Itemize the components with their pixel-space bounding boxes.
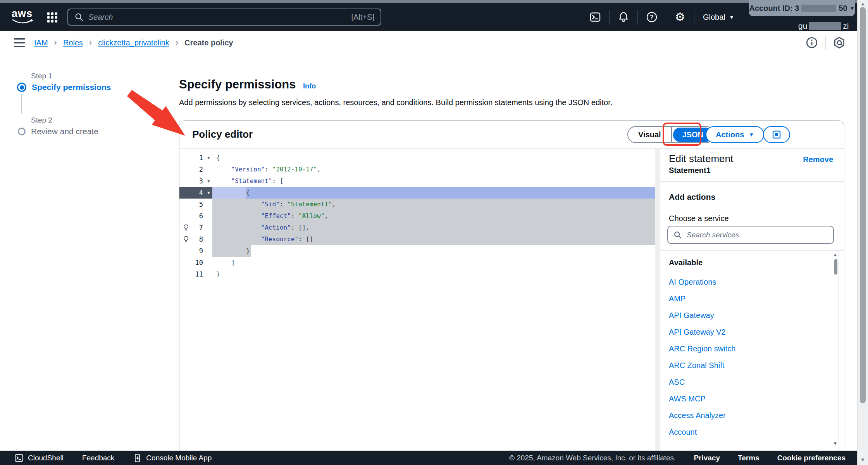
account-id-menu[interactable]: Account ID: 3 50 ▼	[749, 0, 855, 16]
line-gutter[interactable]: 7	[179, 222, 212, 233]
editor-mode-toggle: Visual JSON	[627, 126, 715, 143]
service-link[interactable]: ARC Region switch	[669, 341, 824, 357]
edit-statement-panel: Edit statement Remove Statement1 Add act…	[660, 149, 844, 451]
service-search-input[interactable]	[687, 231, 828, 239]
code-text[interactable]: ]	[212, 257, 655, 268]
editor-scrollbar-track[interactable]	[655, 149, 660, 451]
global-search[interactable]: [Alt+S]	[67, 9, 381, 26]
line-number: 2	[199, 166, 203, 173]
line-gutter[interactable]: 10	[179, 257, 212, 268]
breadcrumb-link[interactable]: clickzetta_privatelink	[98, 38, 169, 47]
cloudshell-terminal-icon[interactable]	[581, 11, 609, 23]
aws-logo[interactable]: aws	[12, 9, 35, 26]
code-line[interactable]: 2 "Version": "2012-10-17",	[179, 164, 655, 175]
code-line[interactable]: 11}	[179, 268, 655, 280]
code-line[interactable]: 7 "Action": [],	[179, 222, 655, 233]
code-text[interactable]: "Resource": []	[212, 233, 655, 245]
step1-item[interactable]: Specify permissions	[17, 83, 133, 92]
console-mobile-app-button[interactable]: Console Mobile App	[133, 453, 212, 463]
line-gutter[interactable]: 3▼	[179, 175, 212, 187]
breadcrumb-link[interactable]: IAM	[34, 38, 48, 47]
list-scroll-up-icon[interactable]: ▲	[833, 252, 838, 258]
code-line[interactable]: 6 "Effect": "Allow",	[179, 210, 655, 222]
code-line[interactable]: 10 ]	[179, 257, 655, 268]
line-gutter[interactable]: 8	[179, 233, 212, 245]
cloudshell-button[interactable]: CloudShell	[14, 453, 64, 463]
code-text[interactable]: }	[212, 268, 655, 280]
search-input[interactable]	[88, 13, 347, 22]
line-gutter[interactable]: 6	[179, 210, 212, 222]
service-link[interactable]: ASC	[669, 374, 824, 391]
code-line[interactable]: 4▼ {	[179, 187, 655, 199]
code-text[interactable]: "Sid": "Statement1",	[212, 199, 655, 210]
code-text[interactable]: }	[212, 245, 655, 257]
lightbulb-icon[interactable]	[183, 224, 189, 231]
toggle-divider	[671, 127, 672, 142]
service-search[interactable]	[667, 226, 834, 244]
page-scrollbar[interactable]: ▲ ▼	[857, 0, 868, 465]
code-line[interactable]: 3▼ "Statement": [	[179, 175, 655, 187]
tab-visual[interactable]: Visual	[628, 130, 671, 139]
line-number: 11	[195, 270, 203, 278]
code-line[interactable]: 9 }	[179, 245, 655, 257]
line-gutter[interactable]: 2	[179, 164, 212, 175]
hamburger-icon[interactable]	[14, 38, 25, 47]
service-link[interactable]: AWS MCP	[669, 391, 824, 407]
code-text[interactable]: "Statement": [	[212, 175, 655, 187]
line-gutter[interactable]: 11	[179, 268, 212, 280]
terms-link[interactable]: Terms	[738, 454, 760, 462]
lightbulb-icon[interactable]	[183, 236, 189, 243]
actions-button[interactable]: Actions ▼	[706, 126, 764, 143]
service-link[interactable]: Access Analyzer	[669, 407, 824, 424]
cookie-preferences-link[interactable]: Cookie preferences	[777, 454, 846, 462]
line-gutter[interactable]: 1▼	[179, 152, 212, 164]
service-link[interactable]: AI Operations	[669, 274, 824, 290]
code-line[interactable]: 1▼{	[179, 152, 655, 164]
notifications-bell-icon[interactable]	[610, 11, 637, 23]
list-scrollbar-thumb[interactable]	[834, 259, 837, 275]
breadcrumb-link[interactable]: Roles	[63, 38, 83, 47]
fold-arrow-icon[interactable]: ▼	[207, 179, 211, 183]
app-grid-icon[interactable]	[46, 12, 58, 23]
list-scroll-down-icon[interactable]: ▼	[833, 441, 838, 446]
service-link[interactable]: AMP	[669, 290, 824, 307]
account-username[interactable]: gu zi	[798, 21, 849, 31]
list-scrollbar-track	[839, 251, 839, 451]
feedback-button[interactable]: Feedback	[82, 454, 114, 462]
service-link[interactable]: API Gateway	[669, 307, 824, 324]
service-link[interactable]: ARC Zonal Shift	[669, 357, 824, 374]
code-text[interactable]: "Version": "2012-10-17",	[212, 164, 655, 175]
service-link[interactable]: Account	[669, 424, 824, 441]
breadcrumb-separator-icon: ›	[89, 38, 92, 48]
code-text[interactable]: {	[212, 187, 655, 199]
json-code-editor[interactable]: 1▼{2 "Version": "2012-10-17",3▼ "Stateme…	[179, 149, 655, 451]
code-text[interactable]: "Action": [],	[212, 222, 655, 233]
remove-statement-link[interactable]: Remove	[803, 155, 833, 164]
chevron-down-icon: ▼	[749, 131, 754, 138]
fold-arrow-icon[interactable]: ▼	[207, 156, 211, 160]
split-panel-button[interactable]	[763, 126, 790, 143]
code-text[interactable]: "Effect": "Allow",	[212, 210, 655, 222]
cloudshell-label: CloudShell	[28, 454, 64, 462]
code-line[interactable]: 5 "Sid": "Statement1",	[179, 199, 655, 210]
page-scrollbar-thumb[interactable]	[860, 7, 866, 403]
step2-item[interactable]: Review and create	[17, 127, 133, 136]
service-link[interactable]: API Gateway V2	[669, 324, 824, 341]
code-line[interactable]: 8 "Resource": []	[179, 233, 655, 245]
line-gutter[interactable]: 4▼	[179, 187, 212, 199]
code-text[interactable]: {	[212, 152, 655, 164]
gear-icon[interactable]: ⚙	[666, 11, 694, 23]
region-selector[interactable]: Global ▼	[703, 13, 734, 22]
scroll-down-icon[interactable]: ▼	[860, 457, 865, 463]
info-link[interactable]: Info	[303, 82, 316, 90]
privacy-link[interactable]: Privacy	[694, 454, 720, 462]
fold-arrow-icon[interactable]: ▼	[207, 190, 211, 195]
add-actions-heading: Add actions	[669, 192, 715, 202]
help-icon[interactable]: ?	[638, 11, 666, 23]
hexagon-clock-icon[interactable]	[833, 36, 846, 49]
line-number: 6	[199, 212, 203, 220]
line-gutter[interactable]: 5	[179, 199, 212, 210]
scroll-up-icon[interactable]: ▲	[860, 1, 865, 7]
line-gutter[interactable]: 9	[179, 245, 212, 257]
info-circle-icon[interactable]	[805, 36, 818, 49]
